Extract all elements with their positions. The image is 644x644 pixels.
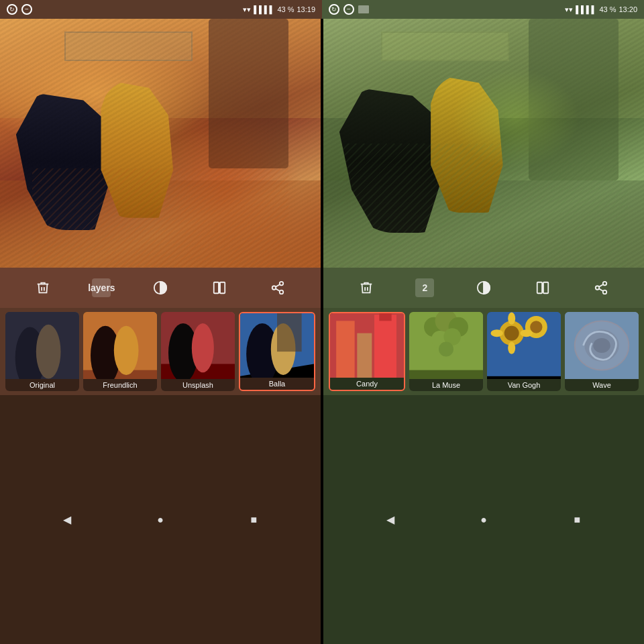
minus-circle-left: − <box>21 4 32 15</box>
time-right: 13:20 <box>619 5 637 13</box>
svg-point-46 <box>439 342 453 357</box>
filter-thumb-unsplash <box>161 312 235 379</box>
filter-item-vangogh[interactable]: Van Gogh <box>487 312 561 391</box>
filter-item-unsplash[interactable]: Unsplash <box>161 312 235 391</box>
delete-button-left[interactable] <box>34 278 52 297</box>
recents-button-right[interactable]: ■ <box>568 511 586 529</box>
svg-point-50 <box>504 326 519 341</box>
wifi-icon-right: ▾▾ <box>565 5 573 14</box>
minus-circle-right: − <box>343 4 354 15</box>
share-button-left[interactable] <box>268 278 287 297</box>
status-info-right: ▾▾ ▌▌▌▌ 43 % 13:20 <box>565 5 637 14</box>
filter-strip-right: Candy La Muse <box>323 308 644 395</box>
filter-item-candy[interactable]: Candy <box>329 312 405 391</box>
svg-point-7 <box>280 290 284 294</box>
svg-point-52 <box>530 321 542 333</box>
status-right-icons: ↻ − <box>329 4 369 15</box>
svg-point-30 <box>596 286 600 290</box>
filter-item-balla[interactable]: Balla <box>239 312 315 391</box>
time-left: 13:19 <box>297 5 315 13</box>
svg-point-53 <box>508 313 515 325</box>
filter-item-freundlich[interactable]: Freundlich <box>83 312 157 391</box>
battery-right: 43 % <box>599 5 616 13</box>
filter-label-original: Original <box>5 379 79 391</box>
filter-thumb-candy <box>330 313 404 378</box>
filter-label-vangogh: Van Gogh <box>487 379 561 391</box>
svg-point-6 <box>272 286 276 290</box>
filter-thumb-wave <box>565 312 639 379</box>
svg-rect-48 <box>487 312 561 379</box>
compare-button-right[interactable] <box>533 278 552 297</box>
svg-point-29 <box>603 282 607 286</box>
svg-line-32 <box>599 288 603 291</box>
svg-rect-2 <box>219 282 224 294</box>
svg-line-33 <box>599 284 603 287</box>
filter-thumb-lamuse <box>409 312 483 379</box>
svg-rect-27 <box>537 282 541 294</box>
svg-point-20 <box>192 323 214 372</box>
layers-button-right[interactable]: 2 <box>415 278 434 297</box>
back-button-left[interactable]: ◀ <box>58 511 76 529</box>
stylized-image-right <box>323 19 644 268</box>
svg-rect-36 <box>357 333 372 378</box>
stroke-overlay-left <box>32 168 288 268</box>
filter-label-freundlich: Freundlich <box>83 379 157 391</box>
toolbar-left: layers <box>0 268 321 308</box>
wall-frame-left <box>64 32 193 62</box>
filter-label-lamuse: La Muse <box>409 379 483 391</box>
compare-button-left[interactable] <box>210 278 229 297</box>
status-info-left: ▾▾ ▌▌▌▌ 43 % 13:19 <box>243 5 315 14</box>
status-bar-right: ↻ − ▾▾ ▌▌▌▌ 43 % 13:20 <box>322 0 644 19</box>
battery-left: 43 % <box>277 5 294 13</box>
svg-point-16 <box>114 326 139 375</box>
svg-rect-28 <box>543 282 547 294</box>
filter-thumb-original <box>5 312 79 379</box>
filter-item-lamuse[interactable]: La Muse <box>409 312 483 391</box>
screen-icon-right <box>358 5 369 13</box>
glow-right <box>451 68 580 168</box>
svg-point-5 <box>280 282 284 286</box>
panel-right: 2 <box>323 19 644 644</box>
photo-area-right <box>323 19 644 268</box>
filter-label-wave: Wave <box>565 379 639 391</box>
home-button-left[interactable]: ● <box>151 511 170 529</box>
contrast-button-right[interactable] <box>474 278 493 297</box>
status-bar-left: ↻ − ▾▾ ▌▌▌▌ 43 % 13:19 <box>0 0 322 19</box>
svg-rect-57 <box>487 376 561 379</box>
share-button-right[interactable] <box>592 278 610 297</box>
nav-bar-right: ◀ ● ■ <box>323 395 644 644</box>
status-bars: ↻ − ▾▾ ▌▌▌▌ 43 % 13:19 ↻ − ▾▾ ▌▌▌▌ 43 % <box>0 0 644 19</box>
wall-frame-right <box>381 32 509 62</box>
signal-icon-left: ▌▌▌▌ <box>254 5 274 13</box>
status-left-icons: ↻ − <box>7 4 32 15</box>
filter-strip-left: Original Freundlich <box>0 308 321 395</box>
svg-rect-38 <box>379 313 391 321</box>
svg-point-61 <box>593 338 610 353</box>
svg-rect-25 <box>277 313 302 352</box>
wifi-icon-left: ▾▾ <box>243 5 251 14</box>
main-panels: layers Original <box>0 19 644 644</box>
stylized-image-left <box>0 19 321 268</box>
door-frame-left <box>209 19 289 168</box>
recents-button-left[interactable]: ■ <box>244 511 263 529</box>
filter-label-candy: Candy <box>330 378 404 390</box>
svg-rect-1 <box>213 282 218 294</box>
toolbar-right: 2 <box>323 268 644 308</box>
contrast-button-left[interactable] <box>151 278 170 297</box>
filter-thumb-freundlich <box>83 312 157 379</box>
svg-line-8 <box>276 288 280 291</box>
back-button-right[interactable]: ◀ <box>381 511 400 529</box>
filter-thumb-vangogh <box>487 312 561 379</box>
filter-label-unsplash: Unsplash <box>161 379 235 391</box>
filter-item-wave[interactable]: Wave <box>565 312 639 391</box>
svg-rect-37 <box>374 315 396 378</box>
svg-line-9 <box>276 284 280 287</box>
svg-point-56 <box>521 329 533 337</box>
nav-bar-left: ◀ ● ■ <box>0 395 321 644</box>
delete-button-right[interactable] <box>357 278 376 297</box>
layers-button-left[interactable]: layers <box>92 278 111 297</box>
home-button-right[interactable]: ● <box>474 511 493 529</box>
filter-thumb-balla <box>240 313 314 378</box>
filter-item-original[interactable]: Original <box>5 312 79 391</box>
signal-icon-right: ▌▌▌▌ <box>576 5 596 13</box>
